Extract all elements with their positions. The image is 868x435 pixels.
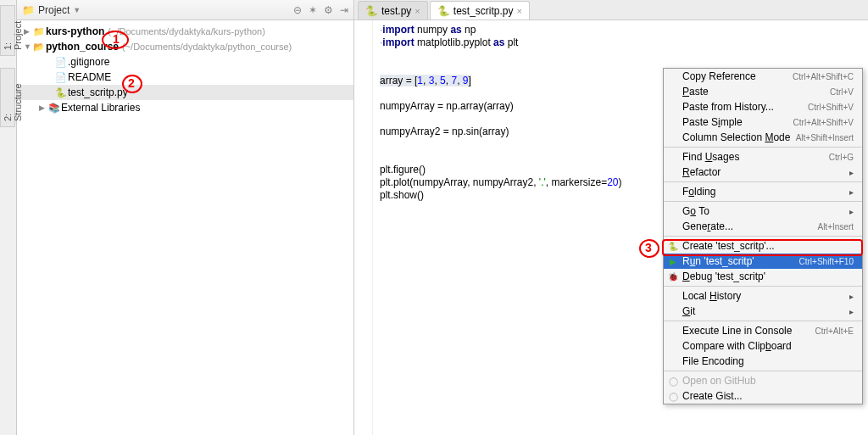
menu-separator (664, 286, 862, 287)
tree-label: .gitignore (68, 56, 109, 68)
menu-paste[interactable]: PasteCtrl+V (664, 84, 862, 99)
debug-icon: 🐞 (667, 272, 679, 282)
tab-test-scritp-py[interactable]: 🐍 test_scritp.py × (430, 1, 530, 20)
menu-local-history[interactable]: Local History▸ (664, 288, 862, 304)
close-icon[interactable]: × (415, 6, 420, 16)
folder-icon: 📁 (22, 4, 35, 16)
editor-tab-bar: 🐍 test.py × 🐍 test_scritp.py × (354, 0, 868, 20)
project-tool-tab[interactable]: 1: Project (0, 5, 15, 56)
hide-icon[interactable]: ⇥ (340, 4, 348, 16)
menu-run[interactable]: ▶Run 'test_scritp'Ctrl+Shift+F10 (664, 254, 862, 269)
tree-root-python-course[interactable]: ▼ 📂 python_course (~/Documents/dydaktyka… (17, 39, 353, 54)
editor-area: 🐍 test.py × 🐍 test_scritp.py × ·import n… (354, 0, 868, 435)
menu-separator (664, 181, 862, 182)
run-icon: ▶ (667, 257, 679, 266)
tree-path: (~/Documents/dydaktyka/python_course) (122, 42, 292, 52)
menu-open-github: ◯Open on GitHub (664, 373, 862, 388)
menu-debug[interactable]: 🐞Debug 'test_scritp' (664, 269, 862, 284)
python-file-icon: 🐍 (365, 5, 378, 17)
menu-git[interactable]: Git▸ (664, 304, 862, 319)
tree-label: External Libraries (61, 102, 140, 114)
menu-separator (664, 147, 862, 148)
github-icon: ◯ (667, 376, 679, 386)
tab-test-py[interactable]: 🐍 test.py × (358, 1, 428, 20)
menu-refactor[interactable]: Refactor▸ (664, 165, 862, 180)
menu-column-selection[interactable]: Column Selection ModeAlt+Shift+Insert (664, 130, 862, 145)
collapse-icon[interactable]: ⊖ (293, 4, 302, 16)
menu-separator (664, 236, 862, 237)
menu-execute-console[interactable]: Execute Line in ConsoleCtrl+Alt+E (664, 323, 862, 338)
project-panel: 📁 Project ▼ ⊖ ✶ ⚙ ⇥ ▶ 📁 kurs-python (~/D… (17, 0, 354, 435)
tree-label: kurs-python (46, 25, 104, 37)
menu-compare-clipboard[interactable]: Compare with Clipboard (664, 338, 862, 354)
arrow-down-icon: ▼ (24, 42, 32, 51)
menu-separator (664, 201, 862, 202)
tree-external-libraries[interactable]: ▶ 📚 External Libraries (17, 100, 353, 115)
left-tab-strip: 1: Project 2: Structure (0, 0, 17, 435)
target-icon[interactable]: ✶ (309, 4, 317, 16)
python-file-icon: 🐍 (437, 5, 450, 17)
gear-icon[interactable]: ⚙ (324, 4, 333, 16)
menu-paste-history[interactable]: Paste from History...Ctrl+Shift+V (664, 99, 862, 114)
arrow-right-icon: ▶ (24, 27, 32, 36)
tree-label: README (68, 71, 111, 83)
tab-label: test_scritp.py (453, 5, 514, 17)
menu-goto[interactable]: Go To▸ (664, 204, 862, 219)
folder-icon: 📁 (32, 26, 46, 37)
menu-separator (664, 321, 862, 321)
python-icon: 🐍 (667, 242, 679, 251)
menu-file-encoding[interactable]: File Encoding (664, 354, 862, 369)
tab-label: test.py (381, 5, 411, 17)
tree-file-readme[interactable]: 📄 README (17, 70, 353, 85)
library-icon: 📚 (47, 103, 61, 114)
menu-folding[interactable]: Folding▸ (664, 184, 862, 199)
menu-create-gist[interactable]: ◯Create Gist... (664, 388, 862, 404)
menu-separator (664, 371, 862, 371)
gutter (354, 20, 373, 435)
panel-title-text: Project (38, 4, 70, 16)
panel-title[interactable]: 📁 Project ▼ (22, 4, 288, 16)
github-icon: ◯ (667, 392, 679, 401)
file-icon: 📄 (54, 72, 68, 83)
python-file-icon: 🐍 (54, 87, 68, 98)
tree-path: (~/Documents/dydaktyka/kurs-python) (108, 26, 265, 36)
menu-generate[interactable]: Generate...Alt+Insert (664, 219, 862, 234)
chevron-down-icon: ▼ (73, 6, 81, 14)
menu-find-usages[interactable]: Find UsagesCtrl+G (664, 149, 862, 165)
tree-file-gitignore[interactable]: 📄 .gitignore (17, 54, 353, 70)
tree-file-test-scritp[interactable]: 🐍 test_scritp.py (17, 85, 353, 100)
tree-label: test_scritp.py (68, 86, 128, 98)
project-tree: ▶ 📁 kurs-python (~/Documents/dydaktyka/k… (17, 20, 353, 435)
menu-create[interactable]: 🐍Create 'test_scritp'... (664, 238, 862, 254)
file-icon: 📄 (54, 57, 68, 68)
folder-icon: 📂 (32, 42, 46, 53)
menu-paste-simple[interactable]: Paste SimpleCtrl+Alt+Shift+V (664, 114, 862, 130)
arrow-right-icon: ▶ (39, 103, 47, 112)
tree-root-kurs-python[interactable]: ▶ 📁 kurs-python (~/Documents/dydaktyka/k… (17, 24, 353, 39)
menu-copy-reference[interactable]: Copy ReferenceCtrl+Alt+Shift+C (664, 69, 862, 84)
structure-tool-tab[interactable]: 2: Structure (0, 68, 15, 127)
tree-label: python_course (46, 41, 119, 53)
close-icon[interactable]: × (517, 6, 522, 16)
editor-context-menu: Copy ReferenceCtrl+Alt+Shift+C PasteCtrl… (663, 68, 863, 404)
project-panel-header: 📁 Project ▼ ⊖ ✶ ⚙ ⇥ (17, 0, 353, 20)
